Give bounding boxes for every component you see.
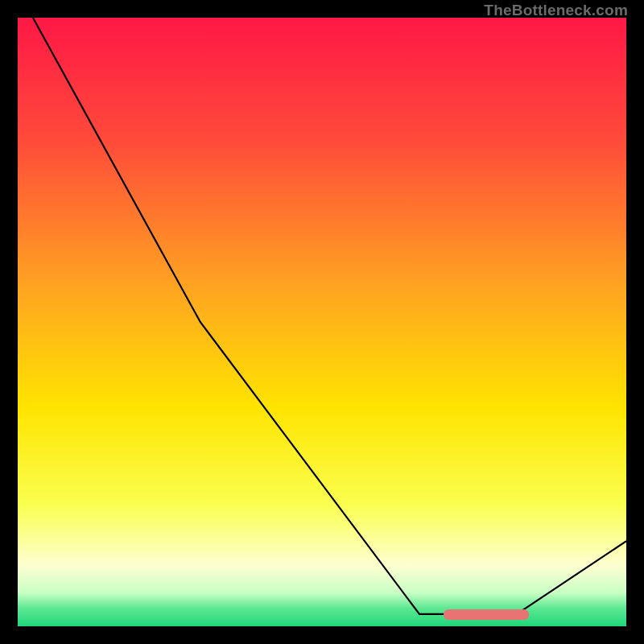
chart-frame: TheBottleneck.com <box>0 0 644 644</box>
plot-svg <box>18 18 626 626</box>
gradient-rect <box>18 18 626 626</box>
watermark-text: TheBottleneck.com <box>484 2 628 19</box>
optimal-range-marker <box>444 609 529 620</box>
plot-area <box>18 18 626 626</box>
